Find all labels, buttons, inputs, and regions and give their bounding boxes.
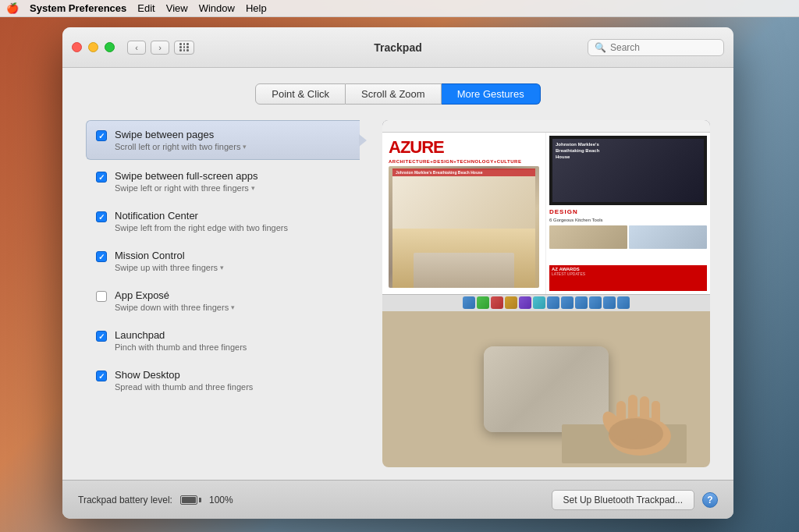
tab-point-click[interactable]: Point & Click [255,83,346,105]
dropdown-arrow-app-expose: ▾ [231,303,235,311]
gesture-item-notification-center[interactable]: Notification Center Swipe left from the … [86,201,367,241]
gesture-text-launchpad: Launchpad Pinch with thumb and three fin… [115,329,357,352]
svg-point-7 [609,418,663,449]
gesture-item-swipe-pages[interactable]: Swipe between pages Scroll left or right… [86,120,360,160]
search-icon: 🔍 [595,42,606,53]
gesture-subtitle-launchpad: Pinch with thumb and three fingers [115,342,357,352]
dock-icon-1 [463,296,475,309]
bottom-bar: Trackpad battery level: 100% Set Up Blue… [62,480,733,519]
gesture-item-swipe-pages-wrapper: Swipe between pages Scroll left or right… [86,120,367,160]
battery-body [180,495,197,505]
traffic-lights [72,42,115,52]
mag-main-image: Johnston Marklee's Breathtaking Beach Ho… [389,166,539,288]
battery-label: Trackpad battery level: [78,495,172,505]
mag-title: AZURE [389,139,539,156]
gesture-item-show-desktop[interactable]: Show Desktop Spread with thumb and three… [86,360,367,400]
preview-trackpad [382,311,710,467]
checkbox-launchpad[interactable] [96,331,107,342]
checkbox-swipe-fullscreen[interactable] [96,172,107,183]
gesture-subtitle-swipe-fullscreen[interactable]: Swipe left or right with three fingers ▾ [115,183,357,193]
hand-gesture-icon [562,362,687,463]
search-input[interactable] [610,42,717,53]
gesture-text-app-expose: App Exposé Swipe down with three fingers… [115,289,357,312]
gesture-title-swipe-pages: Swipe between pages [115,129,350,140]
setup-bluetooth-button[interactable]: Set Up Bluetooth Trackpad... [552,490,694,510]
trackpad-window: ‹ › Trackpad 🔍 Point & Click Scroll & Zo… [62,27,733,519]
gesture-subtitle-notification-center: Swipe left from the right edge with two … [115,223,357,232]
preview-menubar [382,120,710,133]
preview-screen: AZURE ARCHITECTURE+DESIGN+TECHNOLOGY+CUL… [382,120,710,311]
preview-dock [382,294,710,311]
mag-right: Johnston Marklee'sBreathtaking BeachHous… [546,133,710,294]
gesture-title-show-desktop: Show Desktop [115,369,357,381]
dock-icon-4 [505,296,517,309]
search-box[interactable]: 🔍 [588,39,724,56]
close-button[interactable] [72,42,82,52]
window-title: Trackpad [374,41,421,54]
help-button[interactable]: ? [702,492,718,508]
checkbox-swipe-pages[interactable] [96,130,107,141]
gesture-item-app-expose[interactable]: App Exposé Swipe down with three fingers… [86,281,367,321]
preview-panel: AZURE ARCHITECTURE+DESIGN+TECHNOLOGY+CUL… [382,120,710,467]
gesture-subtitle-app-expose[interactable]: Swipe down with three fingers ▾ [115,303,357,312]
battery-fill [182,497,196,503]
gesture-item-mission-control[interactable]: Mission Control Swipe up with three fing… [86,241,367,281]
mag-headline: Johnston Marklee's Breathtaking Beach Ho… [396,170,532,175]
gesture-title-notification-center: Notification Center [115,210,357,222]
checkbox-mission-control[interactable] [96,251,107,262]
dock-icon-8 [561,296,574,309]
dock-icon-3 [491,296,503,309]
mag-right-top: Johnston Marklee'sBreathtaking BeachHous… [549,136,707,205]
checkbox-app-expose[interactable] [96,291,107,302]
menubar-edit[interactable]: Edit [137,2,154,14]
mag-left: AZURE ARCHITECTURE+DESIGN+TECHNOLOGY+CUL… [382,133,546,294]
gesture-subtitle-mission-control[interactable]: Swipe up with three fingers ▾ [115,263,357,272]
gesture-subtitle-swipe-pages[interactable]: Scroll left or right with two fingers ▾ [115,142,350,151]
tab-bar: Point & Click Scroll & Zoom More Gesture… [86,83,710,105]
gesture-text-show-desktop: Show Desktop Spread with thumb and three… [115,369,357,392]
tab-more-gestures[interactable]: More Gestures [442,83,541,105]
menubar-view[interactable]: View [166,2,188,14]
nav-buttons: ‹ › [127,41,169,55]
grid-icon [179,43,189,51]
gesture-text-mission-control: Mission Control Swipe up with three fing… [115,250,357,272]
dock-icon-12 [617,296,630,309]
apple-menu[interactable]: 🍎 [6,2,19,14]
bottom-right: Set Up Bluetooth Trackpad... ? [552,490,718,510]
maximize-button[interactable] [105,42,115,52]
gesture-subtitle-show-desktop: Spread with thumb and three fingers [115,382,357,392]
preview-content: AZURE ARCHITECTURE+DESIGN+TECHNOLOGY+CUL… [382,133,710,294]
minimize-button[interactable] [88,42,98,52]
dock-icon-2 [477,296,489,309]
mag-section: DESIGN [549,208,707,215]
gesture-item-swipe-fullscreen[interactable]: Swipe between full-screen apps Swipe lef… [86,161,367,201]
dock-icon-6 [533,296,545,309]
selection-arrow [359,134,367,147]
main-body: Swipe between pages Scroll left or right… [86,120,710,467]
gesture-text-swipe-fullscreen: Swipe between full-screen apps Swipe lef… [115,170,357,193]
menubar-help[interactable]: Help [246,2,267,14]
preview-screen-top: AZURE ARCHITECTURE+DESIGN+TECHNOLOGY+CUL… [382,120,710,311]
gesture-text-swipe-pages: Swipe between pages Scroll left or right… [115,129,350,151]
dock-icon-9 [575,296,588,309]
tab-scroll-zoom[interactable]: Scroll & Zoom [346,83,442,105]
battery-tip [199,498,201,502]
gesture-text-notification-center: Notification Center Swipe left from the … [115,210,357,232]
forward-button[interactable]: › [151,41,169,55]
dock-icon-7 [547,296,559,309]
checkbox-show-desktop[interactable] [96,371,107,381]
gesture-title-app-expose: App Exposé [115,289,357,301]
dropdown-arrow-swipe-pages: ▾ [243,143,247,151]
back-button[interactable]: ‹ [127,41,146,55]
titlebar: ‹ › Trackpad 🔍 [62,27,733,68]
menubar-system-prefs[interactable]: System Preferences [30,2,126,14]
gesture-title-mission-control: Mission Control [115,250,357,261]
mag-updates: LATEST UPDATES [552,271,705,276]
gesture-title-swipe-fullscreen: Swipe between full-screen apps [115,170,357,182]
checkbox-notification-center[interactable] [96,211,107,222]
menubar-window[interactable]: Window [199,2,235,14]
grid-button[interactable] [174,41,194,55]
gesture-item-launchpad[interactable]: Launchpad Pinch with thumb and three fin… [86,321,367,360]
dropdown-arrow-swipe-fullscreen: ▾ [251,184,255,192]
dock-icon-10 [589,296,602,309]
